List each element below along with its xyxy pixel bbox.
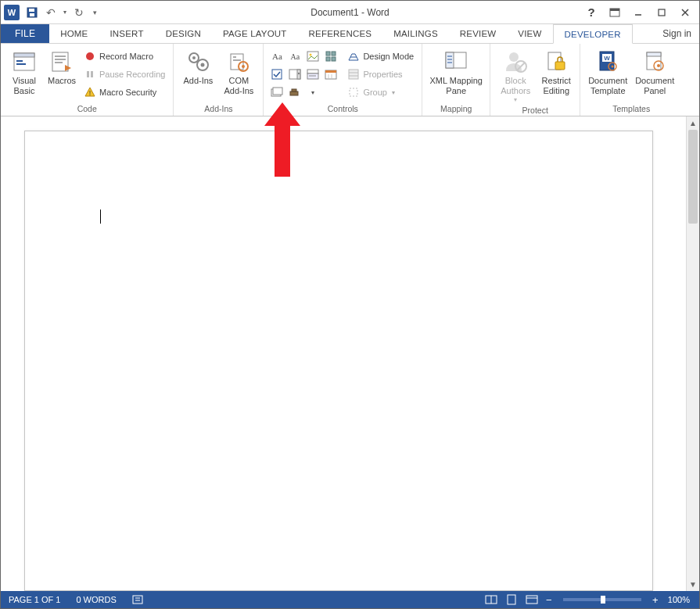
document-viewport[interactable]: [1, 116, 686, 591]
ribbon: Visual Basic Macros Record Macro Pause R…: [1, 44, 699, 116]
undo-dropdown-icon[interactable]: ▾: [61, 4, 69, 21]
status-bar: PAGE 1 OF 1 0 WORDS − + 100%: [1, 591, 699, 608]
spellcheck-icon[interactable]: [124, 591, 153, 608]
tab-review[interactable]: REVIEW: [449, 24, 508, 43]
svg-point-31: [242, 65, 245, 68]
visual-basic-button[interactable]: Visual Basic: [5, 46, 43, 102]
legacy-tools-dropdown-icon[interactable]: ▾: [304, 84, 321, 101]
addins-label: Add-Ins: [183, 76, 213, 86]
svg-rect-19: [87, 71, 89, 77]
group-addins-label: Add-Ins: [178, 102, 258, 116]
legacy-tools-icon[interactable]: [286, 84, 303, 101]
zoom-level[interactable]: 100%: [663, 595, 695, 604]
maximize-icon[interactable]: [651, 4, 673, 21]
combobox-control-icon[interactable]: [286, 66, 303, 83]
web-layout-icon[interactable]: [522, 593, 541, 607]
qat-customize-icon[interactable]: ▾: [89, 4, 100, 21]
svg-rect-20: [91, 71, 93, 77]
group-icon: [347, 86, 360, 99]
macros-button[interactable]: Macros: [45, 46, 79, 102]
print-layout-icon[interactable]: [502, 593, 521, 607]
repeating-control-icon[interactable]: [268, 84, 285, 101]
zoom-in-button[interactable]: +: [649, 594, 662, 606]
tab-file[interactable]: FILE: [1, 24, 49, 43]
properties-button: Properties: [344, 66, 417, 83]
document-template-button[interactable]: W Document Template: [585, 46, 630, 102]
svg-rect-42: [307, 70, 318, 73]
page-indicator[interactable]: PAGE 1 OF 1: [1, 591, 68, 608]
scroll-down-icon[interactable]: ▼: [687, 578, 699, 591]
building-block-control-icon[interactable]: [322, 48, 339, 65]
save-icon[interactable]: [23, 4, 41, 21]
svg-rect-2: [30, 13, 34, 16]
zoom-slider-thumb[interactable]: [601, 596, 605, 604]
svg-rect-14: [55, 56, 66, 57]
block-authors-button[interactable]: Block Authors ▾: [495, 46, 536, 104]
word-count[interactable]: 0 WORDS: [68, 591, 124, 608]
svg-rect-34: [326, 52, 330, 56]
tab-mailings[interactable]: MAILINGS: [382, 24, 449, 43]
tab-references[interactable]: REFERENCES: [298, 24, 383, 43]
plain-text-control-icon[interactable]: Aa: [286, 48, 303, 65]
picture-control-icon[interactable]: [304, 48, 321, 65]
tab-home[interactable]: HOME: [49, 24, 99, 43]
word-app-icon: W: [4, 5, 20, 20]
svg-point-73: [612, 66, 614, 68]
document-page[interactable]: [24, 131, 653, 591]
macros-label: Macros: [48, 76, 76, 86]
scroll-up-icon[interactable]: ▲: [687, 116, 699, 130]
rich-text-control-icon[interactable]: Aa: [268, 48, 285, 65]
svg-rect-6: [659, 9, 665, 16]
addins-button[interactable]: Add-Ins: [178, 46, 217, 102]
ribbon-tabs: FILE HOME INSERT DESIGN PAGE LAYOUT REFE…: [1, 24, 699, 44]
undo-icon[interactable]: ↶: [42, 4, 59, 21]
svg-rect-51: [290, 91, 298, 95]
restrict-editing-button[interactable]: Restrict Editing: [537, 46, 575, 104]
text-cursor: [100, 210, 101, 224]
macro-security-icon: !: [84, 86, 96, 99]
svg-point-26: [201, 63, 205, 67]
block-authors-label: Block Authors: [501, 76, 530, 96]
macro-security-button[interactable]: ! Macro Security: [81, 84, 168, 101]
close-icon[interactable]: [674, 4, 696, 21]
document-panel-icon: [642, 49, 667, 74]
tab-design[interactable]: DESIGN: [155, 24, 212, 43]
group-code-label: Code: [5, 102, 168, 116]
document-area: ▲ ▼: [1, 116, 699, 591]
sign-in-link[interactable]: Sign in: [655, 24, 699, 43]
com-addins-button[interactable]: COM Add-Ins: [219, 46, 258, 102]
ribbon-display-icon[interactable]: [604, 4, 626, 21]
tab-view[interactable]: VIEW: [507, 24, 552, 43]
minimize-icon[interactable]: [627, 4, 649, 21]
svg-rect-79: [133, 596, 142, 604]
tab-page-layout[interactable]: PAGE LAYOUT: [212, 24, 298, 43]
datepicker-control-icon[interactable]: [322, 66, 339, 83]
com-addins-icon: [226, 49, 251, 74]
window-controls: ?: [580, 4, 699, 21]
properties-icon: [347, 68, 360, 81]
controls-gallery: Aa Aa ▾: [268, 46, 339, 102]
group-protect-label: Protect: [495, 104, 575, 117]
svg-rect-4: [610, 9, 619, 11]
xml-mapping-button[interactable]: XML Mapping Pane: [427, 46, 485, 102]
svg-point-77: [657, 64, 660, 67]
macros-icon: [49, 49, 74, 74]
zoom-slider[interactable]: [563, 598, 641, 601]
com-addins-label: COM Add-Ins: [224, 76, 253, 96]
svg-rect-38: [272, 70, 282, 79]
design-mode-button[interactable]: Design Mode: [344, 48, 417, 65]
scroll-thumb[interactable]: [688, 130, 698, 224]
tab-developer[interactable]: DEVELOPER: [553, 24, 633, 44]
scroll-track[interactable]: [687, 130, 699, 578]
zoom-out-button[interactable]: −: [543, 594, 555, 606]
record-macro-button[interactable]: Record Macro: [81, 48, 168, 65]
dropdown-control-icon[interactable]: [304, 66, 321, 83]
checkbox-control-icon[interactable]: [268, 66, 285, 83]
read-mode-icon[interactable]: [482, 593, 501, 607]
document-panel-button[interactable]: Document Panel: [632, 46, 677, 102]
vertical-scrollbar[interactable]: ▲ ▼: [686, 116, 699, 591]
help-icon[interactable]: ?: [580, 4, 602, 21]
tab-insert[interactable]: INSERT: [99, 24, 154, 43]
redo-icon[interactable]: ↻: [70, 4, 88, 21]
block-authors-icon: [503, 49, 528, 74]
